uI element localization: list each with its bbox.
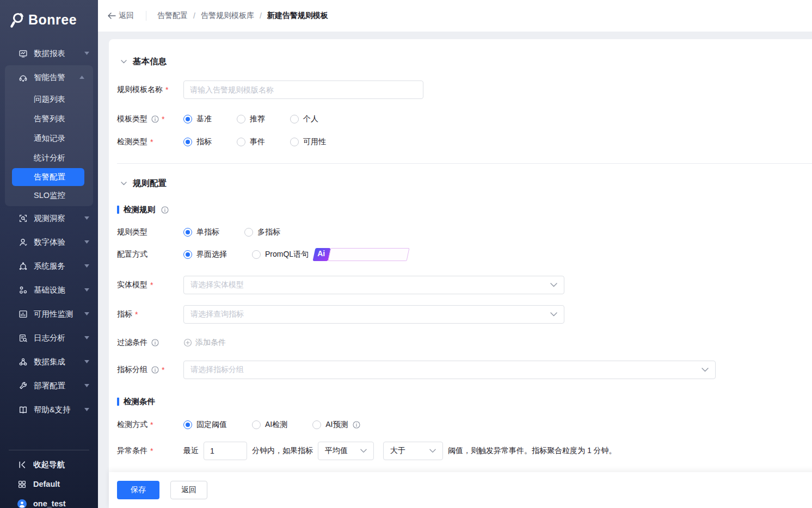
bonree-logo-icon [9, 11, 25, 28]
sidebar-item-availability[interactable]: 可用性监测 [0, 302, 98, 326]
chevron-up-icon [79, 76, 84, 79]
sidebar-item-label: 数字体验 [34, 237, 65, 247]
chevron-down-icon [429, 449, 436, 453]
template-name-input[interactable] [183, 80, 423, 99]
sidebar-item-observability[interactable]: 观测洞察 [0, 206, 98, 230]
divider [9, 450, 89, 450]
sidebar-subitem-alert-list[interactable]: 告警列表 [5, 109, 93, 128]
sidebar-item-digital-experience[interactable]: 数字体验 [0, 230, 98, 254]
brand-logo[interactable]: Bonree [0, 0, 98, 36]
radio-unselected [244, 228, 253, 237]
back-label: 返回 [119, 11, 134, 21]
radio-rule-type-multi[interactable]: 多指标 [244, 227, 280, 237]
chevron-down-icon [84, 216, 89, 220]
section-basic-info[interactable]: 基本信息 [121, 56, 812, 67]
ai-badge-label: PromQL支持AI帮写 [329, 248, 408, 261]
entity-model-select[interactable]: 请选择实体模型 [183, 276, 564, 294]
radio-template-type-recommend[interactable]: 推荐 [237, 114, 265, 124]
field-label: 检测方式* [117, 420, 183, 430]
accent-bar [117, 206, 119, 214]
radio-config-mode-ui[interactable]: 界面选择 [183, 250, 227, 259]
save-button[interactable]: 保存 [117, 481, 159, 499]
radio-detect-type-metric[interactable]: 指标 [183, 137, 212, 147]
username-label: one_test [33, 499, 66, 508]
sidebar-item-label: 基础设施 [34, 285, 65, 295]
section-rule-config[interactable]: 规则配置 [121, 178, 812, 189]
workspace-switcher[interactable]: Default [0, 474, 98, 494]
breadcrumb-alert-config[interactable]: 告警配置 [157, 11, 188, 21]
select-value: 大于 [390, 446, 405, 456]
info-icon[interactable] [151, 115, 159, 123]
field-label: 指标分组 * [117, 365, 183, 375]
radio-detect-mode-ai-detect[interactable]: AI检测 [252, 420, 287, 430]
sidebar-item-log-analysis[interactable]: 日志分析 [0, 326, 98, 350]
sidebar-subitem-notify-records[interactable]: 通知记录 [5, 128, 93, 148]
info-icon[interactable] [353, 421, 360, 429]
return-button[interactable]: 返回 [170, 481, 207, 499]
row-metric: 指标* 请选择查询指标 [117, 305, 812, 324]
chevron-down-icon [84, 408, 89, 411]
sidebar-subitem-slo-monitor[interactable]: SLO监控 [5, 187, 93, 206]
subsection-detect-rule: 检测规则 [117, 205, 812, 215]
radio-detect-mode-ai-predict[interactable]: AI预测 [312, 420, 348, 430]
info-icon[interactable] [161, 206, 169, 214]
field-label: 指标* [117, 309, 183, 319]
avatar [17, 499, 27, 508]
breadcrumb-separator: / [260, 11, 262, 20]
field-label: 配置方式 [117, 250, 183, 259]
radio-selected [183, 115, 192, 123]
sidebar-item-data-report[interactable]: 数据报表 [0, 41, 98, 65]
operator-select[interactable]: 大于 [383, 442, 443, 460]
chevron-down-icon [550, 283, 557, 287]
row-detect-type: 检测类型* 指标 事件 可用性 [117, 137, 812, 147]
back-button[interactable]: 返回 [108, 11, 134, 21]
rule-type-radio-group: 单指标 多指标 [183, 227, 305, 237]
field-label: 模板类型 * [117, 114, 183, 124]
radio-selected [183, 250, 192, 259]
radio-detect-type-event[interactable]: 事件 [237, 137, 265, 147]
user-menu[interactable]: one_test [0, 494, 98, 508]
sidebar-subitem-problem-list[interactable]: 问题列表 [5, 89, 93, 109]
select-placeholder: 请选择实体模型 [190, 280, 244, 290]
field-label: 异常条件* [117, 446, 183, 456]
radio-rule-type-single[interactable]: 单指标 [183, 227, 219, 237]
radio-unselected [290, 115, 299, 123]
sidebar-item-data-integration[interactable]: 数据集成 [0, 350, 98, 374]
row-template-name: 规则模板名称* [117, 80, 812, 99]
back-arrow-icon [108, 13, 116, 19]
metric-select[interactable]: 请选择查询指标 [183, 305, 564, 324]
page-header: 返回 告警配置 / 告警规则模板库 / 新建告警规则模板 [98, 0, 812, 32]
promql-ai-badge[interactable]: Ai PromQL支持AI帮写 [314, 248, 408, 261]
radio-detect-type-availability[interactable]: 可用性 [290, 137, 326, 147]
breadcrumb-template-library[interactable]: 告警规则模板库 [201, 11, 254, 21]
radio-template-type-personal[interactable]: 个人 [290, 114, 318, 124]
main-area: 返回 告警配置 / 告警规则模板库 / 新建告警规则模板 基本信息 [98, 0, 812, 508]
radio-unselected [237, 138, 245, 146]
insight-search-icon [19, 214, 28, 223]
sidebar-item-deploy-config[interactable]: 部署配置 [0, 374, 98, 398]
metric-group-select[interactable]: 请选择指标分组 [183, 361, 716, 379]
sidebar-item-system-service[interactable]: 系统服务 [0, 254, 98, 278]
minutes-input[interactable] [204, 442, 247, 460]
radio-template-type-baseline[interactable]: 基准 [183, 114, 212, 124]
accent-bar [117, 398, 119, 406]
sidebar-item-label: 部署配置 [34, 381, 65, 391]
sidebar-subitem-statistics[interactable]: 统计分析 [5, 148, 93, 168]
sidebar-item-help-support[interactable]: 帮助&支持 [0, 398, 98, 422]
field-label: 规则模板名称* [117, 85, 183, 95]
select-placeholder: 请选择查询指标 [190, 309, 244, 319]
radio-detect-mode-fixed[interactable]: 固定阈值 [183, 420, 227, 430]
info-icon[interactable] [151, 366, 159, 374]
after-minutes-text: 分钟内，如果指标 [252, 446, 313, 456]
subsection-detect-condition: 检测条件 [117, 397, 812, 407]
chevron-down-icon [84, 240, 89, 244]
radio-unselected [252, 420, 261, 429]
sidebar-subitem-alert-config[interactable]: 告警配置 [12, 168, 84, 186]
sidebar-item-smart-alert[interactable]: 智能告警 [5, 65, 93, 89]
sidebar-item-infrastructure[interactable]: 基础设施 [0, 278, 98, 302]
info-icon[interactable] [151, 339, 159, 346]
radio-config-mode-promql[interactable]: PromQL语句 [252, 250, 309, 259]
aggregation-select[interactable]: 平均值 [318, 442, 374, 460]
collapse-nav-button[interactable]: 收起导航 [0, 455, 98, 474]
add-condition-button[interactable]: 添加条件 [183, 338, 226, 348]
